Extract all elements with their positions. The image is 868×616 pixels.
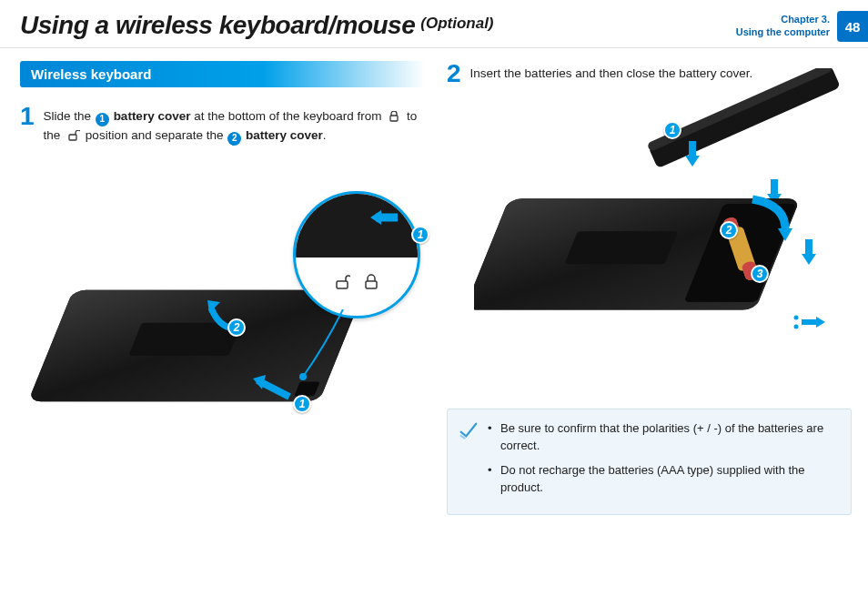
zoom-callout-1: 1 bbox=[411, 226, 429, 244]
slide-indicator-icon bbox=[791, 312, 827, 334]
step1-part-e: position and separate the bbox=[82, 128, 227, 142]
svg-rect-1 bbox=[69, 135, 76, 140]
slide-arrow-icon bbox=[244, 369, 298, 406]
left-column: Wireless keyboard 1 Slide the 1 battery … bbox=[20, 61, 425, 515]
svg-rect-7 bbox=[366, 281, 377, 288]
keyboard-bottom-illustration bbox=[29, 264, 357, 486]
step1-part-b: battery cover bbox=[110, 109, 191, 123]
figure2-callout-2: 2 bbox=[720, 221, 738, 239]
close-cover-arrow-icon bbox=[743, 192, 798, 241]
chapter-block: Chapter 3. Using the computer 48 bbox=[736, 11, 868, 42]
chapter-text: Chapter 3. Using the computer bbox=[736, 11, 837, 42]
figure2-callout-3: 3 bbox=[751, 265, 769, 283]
step-1-number: 1 bbox=[20, 104, 35, 146]
chapter-line1: Chapter 3. bbox=[736, 13, 830, 25]
step1-part-c: at the bottom of the keyboard from bbox=[190, 109, 385, 123]
page-header: Using a wireless keyboard/mouse (Optiona… bbox=[0, 0, 868, 48]
note-box: Be sure to confirm that the polarities (… bbox=[447, 409, 852, 515]
chapter-line2: Using the computer bbox=[736, 25, 830, 38]
step-2-number: 2 bbox=[447, 61, 461, 86]
svg-rect-9 bbox=[648, 68, 841, 168]
svg-rect-0 bbox=[390, 116, 398, 121]
figure2-callout-1: 1 bbox=[663, 121, 681, 139]
figure1-callout-2: 2 bbox=[227, 318, 246, 337]
svg-point-20 bbox=[794, 325, 799, 329]
zoom-lock-icons bbox=[296, 274, 418, 290]
step1-part-f: battery cover bbox=[242, 128, 323, 142]
svg-rect-10 bbox=[647, 68, 833, 152]
svg-rect-13 bbox=[564, 231, 678, 264]
zoom-inner-dark bbox=[293, 191, 418, 258]
note-item-1: Be sure to confirm that the polarities (… bbox=[488, 420, 836, 455]
title-optional: (Optional) bbox=[420, 15, 493, 33]
right-column: 2 Insert the batteries and then close th… bbox=[447, 61, 852, 515]
page-number-badge: 48 bbox=[837, 11, 868, 42]
lock-closed-icon bbox=[387, 109, 401, 120]
zoom-lock-open-icon bbox=[334, 274, 350, 290]
inline-callout-2: 2 bbox=[227, 132, 241, 146]
step-1-text: Slide the 1 battery cover at the bottom … bbox=[44, 104, 425, 146]
inline-callout-1: 1 bbox=[96, 113, 109, 126]
svg-rect-6 bbox=[337, 281, 348, 288]
section-heading: Wireless keyboard bbox=[20, 61, 425, 87]
content-area: Wireless keyboard 1 Slide the 1 battery … bbox=[0, 48, 868, 515]
page-title: Using a wireless keyboard/mouse bbox=[20, 11, 415, 40]
svg-point-19 bbox=[794, 316, 799, 320]
step1-part-g: . bbox=[323, 128, 327, 142]
note-list: Be sure to confirm that the polarities (… bbox=[488, 420, 836, 496]
zoom-slide-arrow-icon bbox=[367, 207, 403, 230]
step1-part-a: Slide the bbox=[44, 109, 95, 123]
note-check-icon bbox=[459, 420, 479, 440]
zoom-detail bbox=[293, 191, 420, 318]
figure1-callout-1: 1 bbox=[293, 395, 311, 413]
zoom-lock-closed-icon bbox=[363, 274, 379, 290]
figure-2: 1 bbox=[447, 96, 852, 405]
figure-1: 1 2 1 bbox=[20, 155, 425, 482]
lock-open-icon bbox=[66, 128, 80, 139]
note-item-2: Do not recharge the batteries (AAA type)… bbox=[488, 462, 836, 497]
step-1: 1 Slide the 1 battery cover at the botto… bbox=[20, 104, 425, 146]
